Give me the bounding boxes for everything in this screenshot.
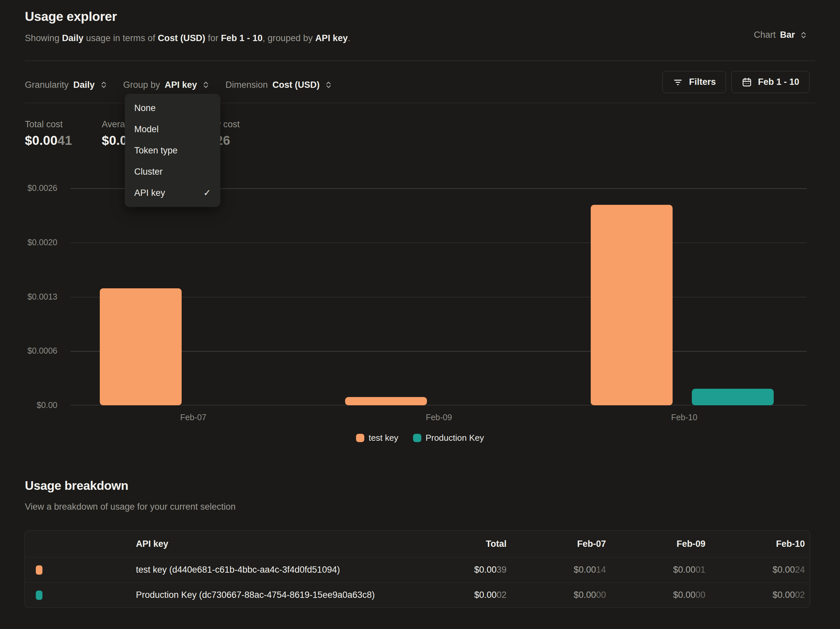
subtitle-segment: Showing <box>25 33 62 43</box>
legend-item-test-key: test key <box>356 433 398 443</box>
subtitle-segment: Daily <box>62 33 84 43</box>
toolbar-actions: Filters Feb 1 - 10 <box>662 71 810 93</box>
bar-test-key-feb-09[interactable] <box>345 397 427 405</box>
subtitle-segment: . <box>348 33 351 43</box>
menu-item-none[interactable]: None <box>125 98 220 119</box>
chart-type-label: Chart <box>754 30 776 40</box>
page-subtitle: Showing Daily usage in terms of Cost (US… <box>25 33 351 43</box>
chart-legend: test keyProduction Key <box>0 433 840 443</box>
daily-cost-cell-feb-07: $0.0000 <box>507 590 606 600</box>
daily-cost-cell-feb-10: $0.0002 <box>706 590 805 600</box>
stat-value: $0.0041 <box>25 133 72 148</box>
header-divider <box>25 61 815 61</box>
column-header-api-key: API key <box>136 539 407 549</box>
menu-item-api-key[interactable]: API key✓ <box>125 182 220 203</box>
money-suffix: 14 <box>596 565 606 575</box>
subtitle-segment: usage in terms of <box>84 33 158 43</box>
money-prefix: $0.00 <box>772 565 795 575</box>
group-by-menu: NoneModelToken typeClusterAPI key✓ <box>125 94 220 207</box>
money-prefix: $0.00 <box>573 565 596 575</box>
money-suffix: 01 <box>695 565 706 575</box>
granularity-label: Granularity <box>25 80 69 90</box>
bar-test-key-feb-07[interactable] <box>100 288 182 405</box>
usage-bar-chart: $0.00$0.0006$0.0013$0.0020$0.0026Feb-07F… <box>71 188 807 405</box>
daily-cost-cell-feb-09: $0.0000 <box>606 590 706 600</box>
y-tick-label: $0.00 <box>8 400 57 410</box>
y-tick-label: $0.0013 <box>8 292 57 301</box>
breakdown-title: Usage breakdown <box>25 479 128 493</box>
y-tick-label: $0.0020 <box>8 238 57 247</box>
menu-item-label: API key <box>134 188 165 198</box>
gridline <box>71 243 807 243</box>
column-header-feb-10: Feb-10 <box>706 539 805 549</box>
table-row-production-key: Production Key (dc730667-88ac-4754-8619-… <box>25 582 810 607</box>
filter-bar: Granularity Daily Group by API key Dimen… <box>25 75 333 95</box>
legend-swatch-production-key <box>413 434 421 442</box>
y-tick-label: $0.0026 <box>8 183 57 193</box>
money-suffix: 02 <box>497 590 507 600</box>
series-color-swatch <box>36 591 43 600</box>
filters-button-label: Filters <box>689 77 716 87</box>
daily-cost-cell-feb-09: $0.0001 <box>606 565 706 575</box>
menu-item-model[interactable]: Model <box>125 119 220 140</box>
legend-label: Production Key <box>426 433 484 443</box>
legend-swatch-test-key <box>356 434 364 442</box>
chevron-up-down-icon <box>99 80 108 89</box>
daily-cost-cell-feb-10: $0.0024 <box>706 565 805 575</box>
bar-test-key-feb-10[interactable] <box>591 205 673 405</box>
filters-button[interactable]: Filters <box>662 71 726 93</box>
series-color-swatch <box>36 565 43 575</box>
money-prefix: $0.00 <box>573 590 596 600</box>
x-axis-label-feb-07: Feb-07 <box>180 413 206 422</box>
money-prefix: $0.00 <box>673 590 695 600</box>
total-cost-cell: $0.0002 <box>407 590 507 600</box>
bar-production-key-feb-10[interactable] <box>692 389 774 405</box>
money-suffix: 00 <box>596 590 606 600</box>
money-suffix: 00 <box>695 590 706 600</box>
column-header-total: Total <box>407 539 507 549</box>
calendar-icon <box>742 77 752 87</box>
table-header-row: API keyTotalFeb-07Feb-09Feb-10 <box>25 531 810 557</box>
date-range-button[interactable]: Feb 1 - 10 <box>731 71 810 93</box>
chart-type-value: Bar <box>780 30 795 40</box>
check-icon: ✓ <box>203 188 211 198</box>
stat-total-cost: Total cost$0.0041 <box>25 119 72 148</box>
money-suffix: 02 <box>795 590 805 600</box>
x-axis-label-feb-09: Feb-09 <box>426 413 452 422</box>
menu-item-label: None <box>134 103 156 114</box>
table-row-test-key: test key (d440e681-c61b-4bbc-aa4c-3f4d0f… <box>25 557 810 582</box>
page-title: Usage explorer <box>25 9 117 24</box>
granularity-value: Daily <box>73 80 95 90</box>
granularity-select[interactable]: Granularity Daily <box>25 80 108 90</box>
menu-item-label: Token type <box>134 145 178 156</box>
row-swatch-cell <box>25 565 136 575</box>
legend-item-production-key: Production Key <box>413 433 484 443</box>
menu-item-cluster[interactable]: Cluster <box>125 161 220 182</box>
chevron-up-down-icon <box>202 80 210 89</box>
chart-type-select[interactable]: Chart Bar <box>754 30 808 40</box>
money-suffix: 41 <box>58 133 72 147</box>
total-cost-cell: $0.0039 <box>407 565 507 575</box>
dimension-select[interactable]: Dimension Cost (USD) <box>226 80 333 90</box>
money-suffix: 39 <box>497 565 507 575</box>
chevron-up-down-icon <box>324 80 333 89</box>
chevron-up-down-icon <box>799 31 808 39</box>
group-by-select[interactable]: Group by API key <box>123 80 210 90</box>
breakdown-subtitle: View a breakdown of usage for your curre… <box>25 502 236 512</box>
group-by-label: Group by <box>123 80 160 90</box>
date-range-button-label: Feb 1 - 10 <box>758 77 799 87</box>
dimension-label: Dimension <box>226 80 268 90</box>
group-by-value: API key <box>165 80 197 90</box>
menu-item-token-type[interactable]: Token type <box>125 140 220 161</box>
filter-lines-icon <box>673 77 683 87</box>
money-prefix: $0.00 <box>25 133 58 147</box>
money-prefix: $0.00 <box>474 590 497 600</box>
y-tick-label: $0.0006 <box>8 346 57 356</box>
legend-label: test key <box>369 433 398 443</box>
money-prefix: $0.00 <box>474 565 497 575</box>
column-header-feb-07: Feb-07 <box>507 539 606 549</box>
money-suffix: 24 <box>795 565 805 575</box>
money-prefix: $0.00 <box>673 565 695 575</box>
money-prefix: $0.00 <box>772 590 795 600</box>
subtitle-segment: , grouped by <box>262 33 315 43</box>
